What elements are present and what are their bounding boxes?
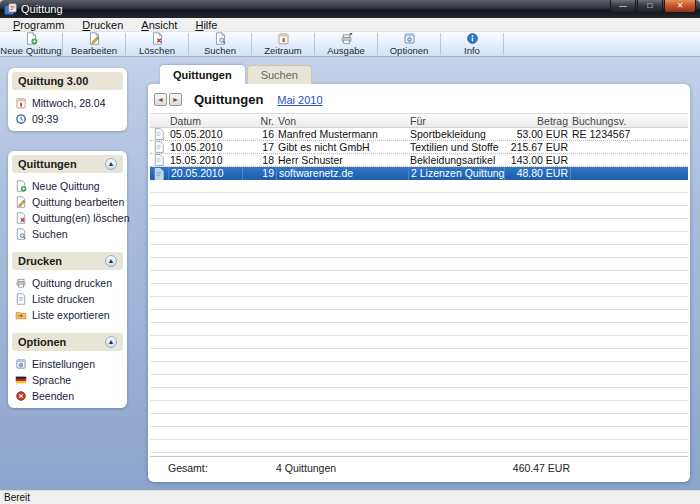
options-icon xyxy=(403,32,416,45)
new-receipt-icon xyxy=(25,32,38,45)
menu-drucken[interactable]: Drucken xyxy=(73,18,132,32)
menubar: Programm Drucken Ansicht Hilfe xyxy=(0,18,700,32)
sidebar-item-liste-drucken[interactable]: Liste drucken xyxy=(12,291,123,307)
summary-row: Gesamt: 4 Quittungen 460.47 EUR xyxy=(150,456,688,482)
workspace: Quittung 3.00 Mittwoch, 28.04 09:39 xyxy=(0,57,700,490)
toolbar-label: Suchen xyxy=(204,45,236,56)
status-text: Bereit xyxy=(4,492,30,503)
section-title: Optionen xyxy=(18,336,66,348)
menu-ansicht[interactable]: Ansicht xyxy=(132,18,186,32)
printer-icon xyxy=(340,32,353,45)
sidebar-item-label: Beenden xyxy=(32,390,74,402)
sidebar-item-label: Quittung bearbeiten xyxy=(32,196,124,208)
toolbar-ausgabe-button[interactable]: Ausgabe xyxy=(315,32,377,56)
app-window: Quittung — □ ✕ Programm Drucken Ansicht … xyxy=(0,0,700,504)
clock-icon xyxy=(15,113,27,125)
calendar-icon xyxy=(277,32,290,45)
col-betrag[interactable]: Betrag xyxy=(504,115,570,127)
tab-suchen[interactable]: Suchen xyxy=(247,65,312,84)
sidebar-item-label: Liste exportieren xyxy=(32,309,110,321)
statusbar: Bereit xyxy=(0,490,700,504)
chevron-left-icon: ◄ xyxy=(157,96,164,103)
panel-header: ◄ ► Quittungen Mai 2010 xyxy=(148,84,690,111)
info-icon xyxy=(466,32,479,45)
sidebar-item-suchen[interactable]: Suchen xyxy=(12,226,123,242)
col-von[interactable]: Von xyxy=(276,115,408,127)
sidebar-item-label: Quittung drucken xyxy=(32,277,112,289)
toolbar-info-button[interactable]: Info xyxy=(441,32,503,56)
sidebar-item-label: Sprache xyxy=(32,374,71,386)
document-icon xyxy=(154,168,164,180)
next-month-button[interactable]: ► xyxy=(169,93,182,106)
table-row[interactable]: 05.05.2010 16 Manfred Mustermann Sportbe… xyxy=(150,128,688,141)
sidebar-item-liste-exportieren[interactable]: Liste exportieren xyxy=(12,307,123,323)
toolbar-delete-button[interactable]: Löschen xyxy=(126,32,188,56)
collapse-button[interactable]: ▲ xyxy=(105,336,117,348)
sidebar-nav-box: Quittungen ▲ Neue Quittung xyxy=(8,151,127,408)
collapse-button[interactable]: ▲ xyxy=(105,255,117,267)
section-header: Quittungen ▲ xyxy=(12,155,123,173)
period-link[interactable]: Mai 2010 xyxy=(277,94,322,106)
toolbar-label: Löschen xyxy=(139,45,175,56)
sidebar-item-label: Einstellungen xyxy=(32,358,95,370)
section-header: Drucken ▲ xyxy=(12,252,123,270)
section-drucken: Drucken ▲ Quittung drucken xyxy=(12,252,123,323)
section-title: Drucken xyxy=(18,255,62,267)
empty-rows-area xyxy=(150,180,688,456)
toolbar-label: Zeitraum xyxy=(264,45,301,56)
sidebar-item-beenden[interactable]: Beenden xyxy=(12,388,123,404)
minimize-button[interactable]: — xyxy=(610,0,636,13)
main-content: Quittungen Suchen ◄ ► Quittungen Mai 201… xyxy=(148,62,690,482)
sidebar-item-quittungen-loeschen[interactable]: Quittung(en) löschen xyxy=(12,210,123,226)
toolbar-label: Info xyxy=(464,45,480,56)
sidebar-item-neue-quittung[interactable]: Neue Quittung xyxy=(12,178,123,194)
table-row[interactable]: 15.05.2010 18 Herr Schuster Bekleidungsa… xyxy=(150,154,688,167)
search-icon xyxy=(15,228,27,240)
new-receipt-icon xyxy=(15,180,27,192)
toolbar-edit-button[interactable]: Bearbeiten xyxy=(63,32,125,56)
search-icon xyxy=(214,32,227,45)
menu-hilfe[interactable]: Hilfe xyxy=(186,18,226,32)
collapse-button[interactable]: ▲ xyxy=(105,158,117,170)
sidebar-item-quittung-drucken[interactable]: Quittung drucken xyxy=(12,275,123,291)
col-datum[interactable]: Datum xyxy=(168,115,242,127)
toolbar: Neue Quittung Bearbeiten Löschen xyxy=(0,32,700,57)
section-quittungen: Quittungen ▲ Neue Quittung xyxy=(12,155,123,242)
section-title: Quittungen xyxy=(18,158,77,170)
close-button[interactable]: ✕ xyxy=(664,0,696,13)
window-title: Quittung xyxy=(21,3,610,15)
toolbar-new-receipt-button[interactable]: Neue Quittung xyxy=(0,32,62,56)
col-buchungsv[interactable]: Buchungsv. xyxy=(570,115,688,127)
calendar-date-icon xyxy=(15,97,27,109)
document-icon xyxy=(15,293,27,305)
document-icon xyxy=(154,128,164,140)
printer-icon xyxy=(15,277,27,289)
table-row[interactable]: 10.05.2010 17 Gibt es nicht GmbH Textili… xyxy=(150,141,688,154)
toolbar-search-button[interactable]: Suchen xyxy=(189,32,251,56)
col-nr[interactable]: Nr. xyxy=(242,115,276,127)
tab-quittungen[interactable]: Quittungen xyxy=(160,65,245,84)
prev-month-button[interactable]: ◄ xyxy=(154,93,167,106)
table-header: Datum Nr. Von Für Betrag Buchungsv. xyxy=(150,113,688,128)
time-row: 09:39 xyxy=(12,111,123,127)
col-fuer[interactable]: Für xyxy=(408,115,504,127)
sidebar-item-einstellungen[interactable]: Einstellungen xyxy=(12,356,123,372)
quit-icon xyxy=(15,390,27,402)
receipts-panel: ◄ ► Quittungen Mai 2010 Datum Nr. Von Fü… xyxy=(148,84,690,482)
settings-icon xyxy=(15,358,27,370)
app-icon xyxy=(4,3,17,16)
maximize-button[interactable]: □ xyxy=(637,0,663,13)
toolbar-optionen-button[interactable]: Optionen xyxy=(378,32,440,56)
page-title: Quittungen xyxy=(194,92,263,107)
sidebar-item-quittung-bearbeiten[interactable]: Quittung bearbeiten xyxy=(12,194,123,210)
delete-icon xyxy=(15,212,27,224)
sidebar: Quittung 3.00 Mittwoch, 28.04 09:39 xyxy=(8,68,127,428)
menu-programm[interactable]: Programm xyxy=(4,18,73,32)
summary-label: Gesamt: xyxy=(168,462,242,474)
toolbar-zeitraum-button[interactable]: Zeitraum xyxy=(252,32,314,56)
sidebar-item-sprache[interactable]: Sprache xyxy=(12,372,123,388)
toolbar-label: Ausgabe xyxy=(327,45,365,56)
table-row-selected[interactable]: 20.05.2010 19 softwarenetz.de 2 Lizenzen… xyxy=(150,167,688,180)
document-icon xyxy=(154,154,164,166)
app-info-box: Quittung 3.00 Mittwoch, 28.04 09:39 xyxy=(8,68,127,131)
